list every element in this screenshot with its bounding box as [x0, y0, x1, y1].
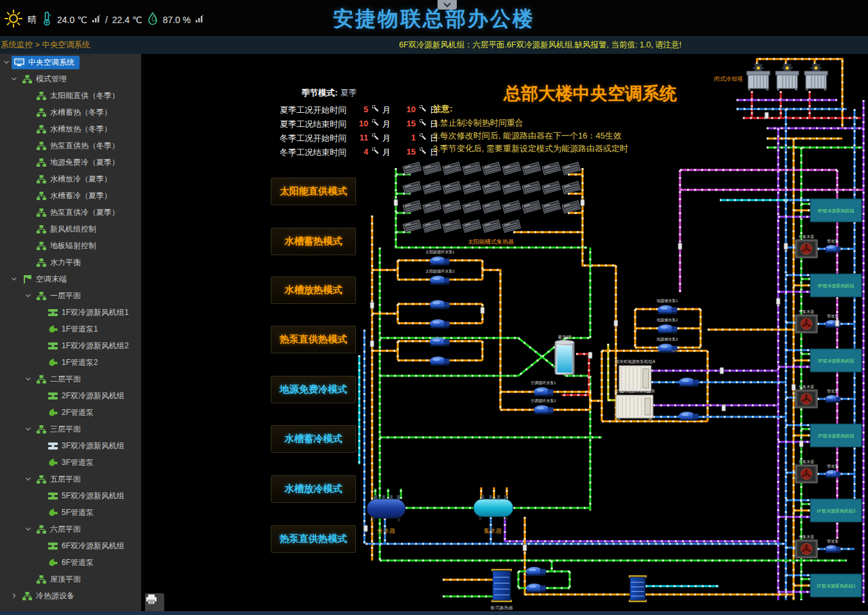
sitemap-icon — [35, 475, 47, 484]
tree-item-15[interactable]: 1F双冷源新风机组1 — [0, 304, 141, 321]
pump-icon — [46, 508, 59, 517]
ahu-unit-1[interactable]: 5F双冷源新风机组 — [810, 274, 862, 297]
svg-text:管道泵: 管道泵 — [827, 314, 838, 319]
mode-button-7[interactable]: 热泵直供热模式 — [271, 525, 356, 553]
tree-item-8[interactable]: 水槽蓄冷（夏季） — [0, 187, 141, 204]
schedule-day-value[interactable]: 15 — [399, 147, 416, 156]
schedule-day-value[interactable]: 15 — [399, 119, 416, 128]
diagram-title: 总部大楼中央空调系统 — [423, 82, 757, 105]
sitemap-icon — [35, 108, 47, 117]
breadcrumb[interactable]: 系统监控 > 中央空调系统 — [1, 40, 90, 51]
print-button[interactable] — [145, 593, 164, 612]
mode-button-5[interactable]: 水槽蓄冷模式 — [271, 425, 356, 453]
month-unit: 月 — [382, 119, 391, 130]
schedule-label: 夏季工况结束时间 — [280, 119, 346, 130]
schedule-day-value[interactable]: 1 — [399, 133, 416, 142]
tree-item-22[interactable]: 三层平面 — [0, 421, 141, 437]
tree-item-label: 六层平面 — [50, 524, 81, 535]
chevron-down-icon[interactable] — [23, 376, 33, 382]
sidebar: 中央空调系统模式管理太阳能直供（冬季）水槽蓄热（冬季）水槽放热（冬季）热泵直供热… — [0, 54, 141, 615]
chevron-down-icon[interactable] — [9, 276, 19, 282]
schedule-row-2: 冬季工况开始时间11月1日 — [280, 131, 440, 145]
tree-item-11[interactable]: 地板辐射控制 — [0, 237, 141, 254]
tree-item-3[interactable]: 水槽蓄热（冬季） — [0, 104, 141, 121]
tree-item-24[interactable]: 3F管道泵 — [0, 454, 141, 471]
tree-item-5[interactable]: 热泵直供热（冬季） — [0, 137, 141, 154]
tree-item-2[interactable]: 太阳能直供（冬季） — [0, 87, 141, 104]
ahu-unit-2[interactable]: 3F双冷源新风机组 — [810, 349, 862, 372]
tree-item-19[interactable]: 二层平面 — [0, 371, 141, 387]
chevron-down-icon[interactable] — [23, 292, 33, 299]
tree-item-28[interactable]: 六层平面 — [0, 521, 141, 537]
collapse-header-tab[interactable] — [438, 0, 457, 10]
tree-item-29[interactable]: 6F双冷源新风机组 — [0, 537, 141, 554]
tree-item-27[interactable]: 5F管道泵 — [0, 504, 141, 521]
schedule-row-3: 冬季工况结束时间4月15日 — [280, 145, 440, 159]
tree-item-14[interactable]: 一层平面 — [0, 287, 141, 304]
ahu-unit-3[interactable]: 2F双冷源新风机组 — [810, 424, 862, 447]
tree-item-10[interactable]: 新风机组控制 — [0, 221, 141, 237]
tree-item-label: 5F管道泵 — [62, 507, 94, 518]
tree-item-16[interactable]: 1F管道泵1 — [0, 321, 141, 337]
schedule-month-value[interactable]: 10 — [352, 119, 368, 128]
tree-item-12[interactable]: 水力平衡 — [0, 254, 141, 271]
tree-item-20[interactable]: 2F双冷源新风机组 — [0, 387, 141, 404]
tree-item-25[interactable]: 五层平面 — [0, 471, 141, 487]
chevron-down-icon[interactable] — [23, 476, 33, 482]
tree-item-32[interactable]: 冷热源设备 — [0, 587, 141, 604]
tree-item-label: 2F双冷源新风机组 — [62, 391, 124, 401]
svg-text:管道泵: 管道泵 — [827, 464, 838, 469]
svg-text:空调循环水泵1: 空调循环水泵1 — [531, 380, 556, 385]
schedule-day-value[interactable]: 10 — [399, 105, 416, 114]
tree-item-18[interactable]: 1F管道泵2 — [0, 354, 141, 371]
ahu-icon — [46, 542, 59, 550]
signal-icon — [302, 87, 309, 95]
ahu-icon — [46, 492, 59, 500]
tree-item-label: 中央空调系统 — [28, 57, 74, 68]
tree-item-1[interactable]: 模式管理 — [0, 71, 141, 87]
mode-button-4[interactable]: 地源免费冷模式 — [271, 376, 356, 403]
schedule-month-value[interactable]: 5 — [352, 105, 368, 114]
mode-button-0[interactable]: 太阳能直供模式 — [271, 178, 356, 205]
sitemap-icon — [35, 375, 47, 383]
main-canvas: 6F双冷源新风机组5F双冷源新风机组3F双冷源新风机组2F双冷源新风机组1F双冷… — [141, 54, 868, 615]
tree-item-23[interactable]: 3F双冷源新风机组 — [0, 437, 141, 454]
flag-icon — [21, 275, 33, 283]
chevron-down-icon[interactable] — [1, 59, 12, 65]
tree-item-label: 5F双冷源新风机组 — [62, 491, 124, 501]
tree-item-0[interactable]: 中央空调系统 — [0, 54, 141, 71]
mode-button-2[interactable]: 水槽放热模式 — [271, 276, 356, 304]
mode-button-1[interactable]: 水槽蓄热模式 — [271, 228, 356, 255]
mode-button-3[interactable]: 热泵直供热模式 — [271, 326, 356, 353]
svg-text:板式换热器: 板式换热器 — [490, 605, 513, 611]
tree-item-17[interactable]: 1F双冷源新风机组2 — [0, 337, 141, 354]
pump-icon — [46, 324, 59, 333]
pump-icon — [46, 408, 59, 417]
ahu-unit-0[interactable]: 6F双冷源新风机组 — [810, 199, 862, 222]
chevron-right-icon[interactable] — [9, 593, 19, 599]
tree-item-30[interactable]: 6F管道泵 — [0, 554, 141, 571]
tree-item-6[interactable]: 地源免费冷（夏季） — [0, 154, 141, 171]
ahu-unit-5[interactable]: 1F双冷源新风机组1 — [810, 574, 862, 597]
tree-item-9[interactable]: 热泵直供冷（夏季） — [0, 204, 141, 221]
chevron-down-icon[interactable] — [23, 526, 33, 532]
schedule-label: 夏季工况开始时间 — [280, 105, 346, 116]
mode-button-6[interactable]: 水槽放冷模式 — [271, 475, 356, 503]
tree-item-label: 水力平衡 — [50, 257, 81, 268]
tree-item-31[interactable]: 屋顶平面 — [0, 571, 141, 587]
schedule-month-value[interactable]: 4 — [352, 147, 368, 156]
chevron-down-icon[interactable] — [9, 76, 19, 82]
tree-item-26[interactable]: 5F双冷源新风机组 — [0, 487, 141, 504]
tree-item-7[interactable]: 水槽放冷（夏季） — [0, 171, 141, 187]
tree-item-label: 地源免费冷（夏季） — [50, 157, 119, 168]
schedule-label: 冬季工况开始时间 — [280, 133, 346, 144]
tree-item-4[interactable]: 水槽放热（冬季） — [0, 121, 141, 137]
tree-item-21[interactable]: 2F管道泵 — [0, 404, 141, 421]
tree-item-label: 二层平面 — [50, 374, 81, 385]
tree-item-13[interactable]: 空调末端 — [0, 271, 141, 287]
sitemap-icon — [35, 292, 47, 300]
svg-text:蓄热罐: 蓄热罐 — [558, 335, 572, 339]
ahu-unit-4[interactable]: 1F双冷源新风机组2 — [810, 499, 862, 522]
schedule-month-value[interactable]: 11 — [352, 133, 368, 142]
chevron-down-icon[interactable] — [23, 426, 33, 432]
